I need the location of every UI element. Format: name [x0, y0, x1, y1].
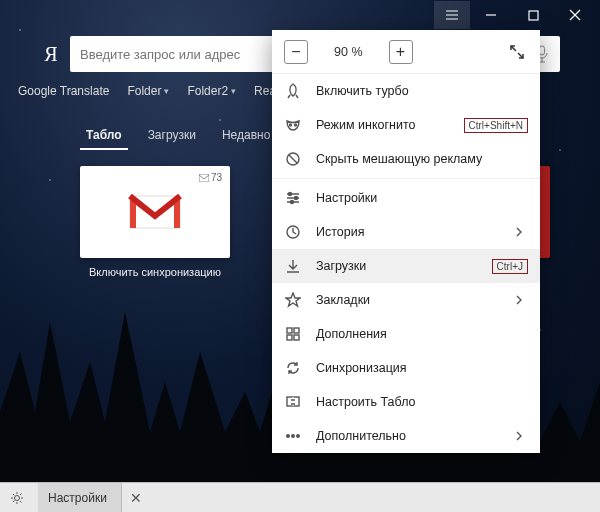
- tab-recent[interactable]: Недавно: [216, 124, 276, 150]
- maximize-button[interactable]: [512, 1, 554, 29]
- gear-icon: [10, 491, 24, 505]
- tablo-icon: [284, 394, 302, 410]
- svg-point-4: [295, 124, 297, 126]
- menu-addons[interactable]: Дополнения: [272, 317, 540, 351]
- bookmark-label: Google Translate: [18, 84, 109, 98]
- zoom-value: 90 %: [334, 45, 363, 59]
- close-button[interactable]: [554, 1, 596, 29]
- chevron-right-icon: [510, 227, 528, 237]
- download-icon: [284, 258, 302, 274]
- svg-point-7: [295, 197, 298, 200]
- main-menu-panel: − 90 % + Включить турбо Режим инкогнито …: [272, 30, 540, 453]
- hamburger-menu-button[interactable]: [434, 1, 470, 29]
- svg-rect-11: [294, 328, 299, 333]
- taskbar-tab-settings[interactable]: Настройки: [38, 483, 122, 513]
- menu-settings[interactable]: Настройки: [272, 181, 540, 215]
- zoom-in-button[interactable]: +: [389, 40, 413, 64]
- mask-icon: [284, 117, 302, 133]
- bookmark-google-translate[interactable]: Google Translate: [18, 84, 109, 98]
- star-icon: [284, 292, 302, 308]
- menu-label: Режим инкогнито: [316, 118, 450, 132]
- menu-configure-tablo[interactable]: Настроить Табло: [272, 385, 540, 419]
- taskbar: Настройки ✕: [0, 482, 600, 512]
- svg-rect-10: [287, 328, 292, 333]
- tile-gmail[interactable]: 73: [80, 166, 230, 258]
- menu-downloads[interactable]: Загрузки Ctrl+J: [272, 249, 540, 283]
- chevron-down-icon: ▾: [231, 86, 236, 96]
- svg-point-3: [290, 124, 292, 126]
- menu-bookmarks[interactable]: Закладки: [272, 283, 540, 317]
- menu-more[interactable]: Дополнительно: [272, 419, 540, 453]
- bookmark-folder[interactable]: Folder▾: [127, 84, 169, 98]
- menu-hide-ads[interactable]: Скрыть мешающую рекламу: [272, 142, 540, 176]
- menu-incognito[interactable]: Режим инкогнито Ctrl+Shift+N: [272, 108, 540, 142]
- history-icon: [284, 224, 302, 240]
- taskbar-settings-button[interactable]: [0, 483, 38, 513]
- svg-rect-12: [287, 335, 292, 340]
- tab-downloads[interactable]: Загрузки: [142, 124, 202, 150]
- menu-separator: [272, 178, 540, 179]
- shortcut-badge: Ctrl+J: [492, 259, 528, 274]
- menu-label: История: [316, 225, 496, 239]
- menu-sync[interactable]: Синхронизация: [272, 351, 540, 385]
- shortcut-badge: Ctrl+Shift+N: [464, 118, 528, 133]
- sync-icon: [284, 360, 302, 376]
- fullscreen-button[interactable]: [506, 41, 528, 63]
- menu-label: Закладки: [316, 293, 496, 307]
- chevron-down-icon: ▾: [164, 86, 169, 96]
- chevron-right-icon: [510, 295, 528, 305]
- bookmark-folder2[interactable]: Folder2▾: [187, 84, 236, 98]
- tile-caption-sync: Включить синхронизацию: [80, 266, 230, 278]
- menu-history[interactable]: История: [272, 215, 540, 249]
- addons-icon: [284, 326, 302, 342]
- menu-label: Настроить Табло: [316, 395, 528, 409]
- svg-point-17: [297, 435, 300, 438]
- zoom-out-button[interactable]: −: [284, 40, 308, 64]
- zoom-row: − 90 % +: [272, 30, 540, 74]
- menu-label: Загрузки: [316, 259, 478, 273]
- svg-rect-0: [529, 11, 538, 20]
- menu-label: Включить турбо: [316, 84, 528, 98]
- yandex-logo[interactable]: Я: [42, 43, 60, 66]
- taskbar-tab-label: Настройки: [48, 491, 107, 505]
- minimize-button[interactable]: [470, 1, 512, 29]
- tab-tablo[interactable]: Табло: [80, 124, 128, 150]
- svg-point-6: [289, 193, 292, 196]
- titlebar: [0, 0, 600, 30]
- gmail-icon: [128, 192, 182, 232]
- svg-rect-13: [294, 335, 299, 340]
- bookmark-label: Folder2: [187, 84, 228, 98]
- svg-point-16: [292, 435, 295, 438]
- rocket-icon: [284, 83, 302, 99]
- chevron-right-icon: [510, 431, 528, 441]
- menu-label: Синхронизация: [316, 361, 528, 375]
- unread-badge: 73: [199, 172, 222, 183]
- menu-label: Дополнительно: [316, 429, 496, 443]
- more-icon: [284, 428, 302, 444]
- svg-rect-1: [540, 46, 545, 55]
- sliders-icon: [284, 190, 302, 206]
- svg-rect-2: [199, 174, 209, 182]
- menu-turbo[interactable]: Включить турбо: [272, 74, 540, 108]
- block-icon: [284, 151, 302, 167]
- svg-point-15: [287, 435, 290, 438]
- svg-point-8: [291, 201, 294, 204]
- svg-point-18: [15, 495, 20, 500]
- bookmark-label: Folder: [127, 84, 161, 98]
- menu-label: Настройки: [316, 191, 528, 205]
- menu-label: Дополнения: [316, 327, 528, 341]
- menu-label: Скрыть мешающую рекламу: [316, 152, 528, 166]
- taskbar-tab-close[interactable]: ✕: [122, 483, 150, 513]
